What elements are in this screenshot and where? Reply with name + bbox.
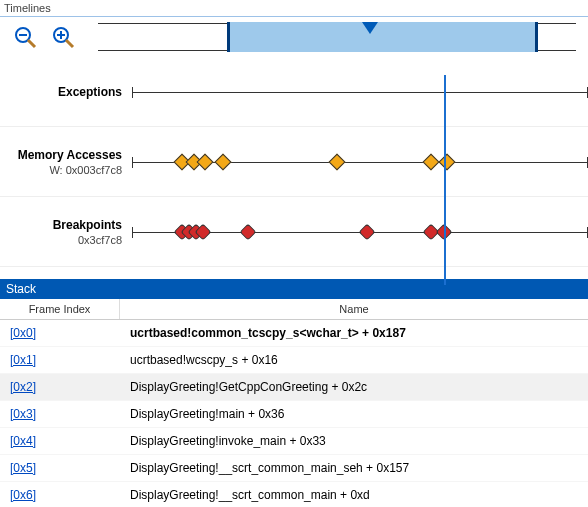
timelines-title: Timelines (0, 0, 588, 17)
lane-label: Breakpoints0x3cf7c8 (0, 218, 132, 246)
stack-header: Frame Index Name (0, 299, 588, 320)
zoom-out-icon (13, 25, 37, 49)
lane-subtitle: 0x3cf7c8 (0, 234, 122, 246)
stack-rows: [0x0]ucrtbased!common_tcscpy_s<wchar_t> … (0, 320, 588, 507)
lanes-container: ExceptionsMemory AccessesW: 0x003cf7c8Br… (0, 57, 588, 267)
overview-playhead-marker[interactable] (362, 22, 378, 34)
frame-index-link[interactable]: [0x1] (0, 351, 120, 369)
stack-panel: Stack Frame Index Name [0x0]ucrtbased!co… (0, 279, 588, 507)
frame-name: DisplayGreeting!__scrt_common_main_seh +… (120, 459, 588, 477)
stack-row[interactable]: [0x2]DisplayGreeting!GetCppConGreeting +… (0, 374, 588, 401)
frame-name: ucrtbased!wcscpy_s + 0x16 (120, 351, 588, 369)
lane-title: Memory Accesses (0, 148, 122, 162)
frame-index-link[interactable]: [0x6] (0, 486, 120, 504)
frame-index-link[interactable]: [0x3] (0, 405, 120, 423)
lane-label: Exceptions (0, 85, 132, 99)
breakpoint-marker[interactable] (240, 223, 257, 240)
event-marker[interactable] (329, 153, 346, 170)
frame-name: DisplayGreeting!__scrt_common_main + 0xd (120, 486, 588, 504)
column-header-frame[interactable]: Frame Index (0, 299, 120, 319)
overview-scrubber[interactable] (98, 23, 576, 51)
track-axis (132, 92, 588, 93)
frame-index-link[interactable]: [0x5] (0, 459, 120, 477)
frame-name: DisplayGreeting!GetCppConGreeting + 0x2c (120, 378, 588, 396)
frame-index-link[interactable]: [0x2] (0, 378, 120, 396)
event-marker[interactable] (196, 153, 213, 170)
svg-line-1 (28, 40, 35, 47)
zoom-in-icon (51, 25, 75, 49)
playhead-line[interactable] (444, 75, 446, 285)
breakpoint-marker[interactable] (358, 223, 375, 240)
svg-line-4 (66, 40, 73, 47)
frame-name: DisplayGreeting!main + 0x36 (120, 405, 588, 423)
lane-track[interactable] (132, 208, 588, 256)
zoom-in-button[interactable] (50, 24, 76, 50)
lane-title: Breakpoints (0, 218, 122, 232)
overview-range[interactable] (227, 22, 538, 52)
lane-row: Breakpoints0x3cf7c8 (0, 197, 588, 267)
event-marker[interactable] (215, 153, 232, 170)
timeline-toolbar (0, 17, 588, 57)
frame-index-link[interactable]: [0x4] (0, 432, 120, 450)
stack-row[interactable]: [0x5]DisplayGreeting!__scrt_common_main_… (0, 455, 588, 482)
event-marker[interactable] (422, 153, 439, 170)
lane-title: Exceptions (0, 85, 122, 99)
lane-row: Memory AccessesW: 0x003cf7c8 (0, 127, 588, 197)
stack-row[interactable]: [0x0]ucrtbased!common_tcscpy_s<wchar_t> … (0, 320, 588, 347)
stack-title: Stack (0, 279, 588, 299)
column-header-name[interactable]: Name (120, 299, 588, 319)
timelines-body: ExceptionsMemory AccessesW: 0x003cf7c8Br… (0, 17, 588, 267)
frame-name: DisplayGreeting!invoke_main + 0x33 (120, 432, 588, 450)
lane-row: Exceptions (0, 57, 588, 127)
lane-subtitle: W: 0x003cf7c8 (0, 164, 122, 176)
lane-track[interactable] (132, 138, 588, 186)
frame-index-link[interactable]: [0x0] (0, 324, 120, 342)
stack-row[interactable]: [0x6]DisplayGreeting!__scrt_common_main … (0, 482, 588, 507)
lane-label: Memory AccessesW: 0x003cf7c8 (0, 148, 132, 176)
stack-row[interactable]: [0x3]DisplayGreeting!main + 0x36 (0, 401, 588, 428)
timelines-panel: Timelines (0, 0, 588, 267)
stack-row[interactable]: [0x1]ucrtbased!wcscpy_s + 0x16 (0, 347, 588, 374)
event-marker[interactable] (438, 153, 455, 170)
frame-name: ucrtbased!common_tcscpy_s<wchar_t> + 0x1… (120, 324, 588, 342)
zoom-out-button[interactable] (12, 24, 38, 50)
lane-track[interactable] (132, 68, 588, 116)
stack-row[interactable]: [0x4]DisplayGreeting!invoke_main + 0x33 (0, 428, 588, 455)
